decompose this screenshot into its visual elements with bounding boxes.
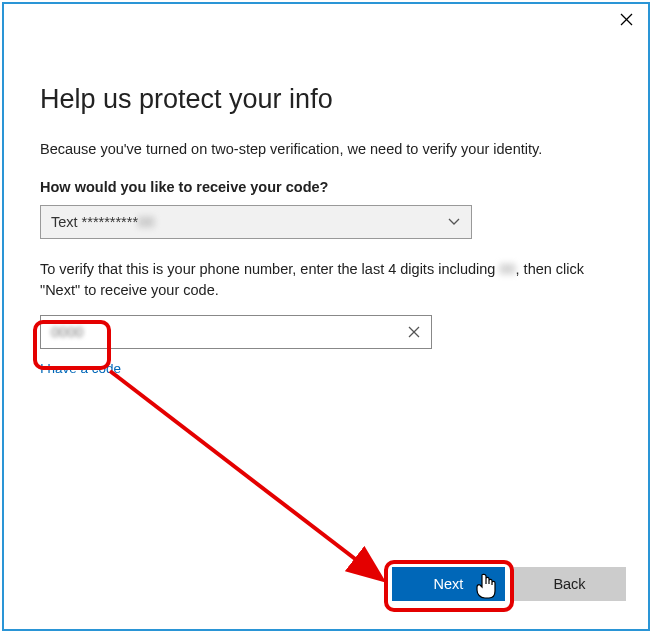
description-text: Because you've turned on two-step verifi… xyxy=(40,141,612,157)
masked-digits: 00 xyxy=(499,259,515,280)
phone-digits-input-wrapper xyxy=(40,315,432,349)
page-title: Help us protect your info xyxy=(40,84,612,115)
next-button[interactable]: Next xyxy=(392,567,505,601)
chevron-down-icon xyxy=(447,214,461,230)
code-method-label: How would you like to receive your code? xyxy=(40,179,612,195)
have-code-link[interactable]: I have a code xyxy=(40,361,121,376)
svg-line-5 xyxy=(110,371,380,578)
back-button[interactable]: Back xyxy=(513,567,626,601)
verify-instruction: To verify that this is your phone number… xyxy=(40,259,600,301)
clear-icon[interactable] xyxy=(405,323,423,341)
select-value: Text ********** xyxy=(51,214,138,230)
masked-select-suffix: 00 xyxy=(138,214,154,230)
close-icon[interactable] xyxy=(614,7,638,31)
phone-digits-input[interactable] xyxy=(41,316,431,348)
code-method-select[interactable]: Text ********** 00 xyxy=(40,205,472,239)
